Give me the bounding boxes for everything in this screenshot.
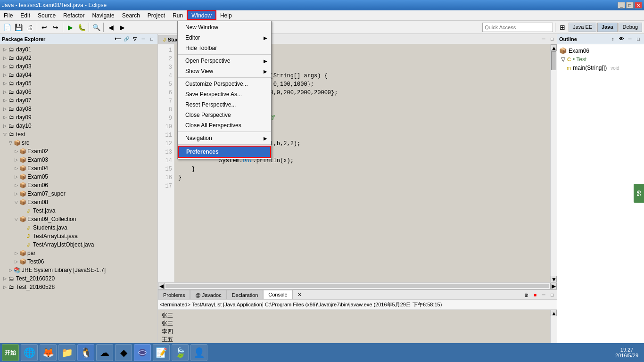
- tree-item-day01[interactable]: ▷ 🗂day01: [0, 45, 157, 54]
- debug-perspective[interactable]: Debug: [619, 23, 642, 32]
- tree-item-par[interactable]: ▷ 📦par: [0, 249, 157, 257]
- taskbar-app-cloud[interactable]: ☁: [96, 344, 113, 361]
- menu-search[interactable]: Search: [118, 10, 144, 20]
- menu-run[interactable]: Run: [169, 10, 187, 20]
- tree-item-exam03[interactable]: ▷ 📦Exam03: [0, 156, 157, 164]
- view-menu-btn[interactable]: ▽: [131, 35, 139, 43]
- outline-hide-btn[interactable]: 👁: [618, 35, 625, 43]
- tree-item-src[interactable]: ▽ 📦src: [0, 139, 157, 147]
- tree-item-exam05[interactable]: ▷ 📦Exam05: [0, 173, 157, 181]
- javadoc-tab[interactable]: @ Javadoc: [190, 290, 226, 299]
- scroll-thumb[interactable]: [551, 51, 556, 70]
- problems-tab[interactable]: Problems: [158, 290, 190, 299]
- tree-item-exam09[interactable]: ▽ 📦Exam09_Collection: [0, 215, 157, 223]
- taskbar-app-evernote[interactable]: 🍃: [172, 344, 189, 361]
- taskbar-app-firefox[interactable]: 🦊: [40, 344, 57, 361]
- menu-refactor[interactable]: Refactor: [59, 10, 88, 20]
- menu-navigation[interactable]: Navigation ▶: [178, 133, 271, 143]
- menu-save-perspective[interactable]: Save Perspective As...: [178, 89, 271, 99]
- menu-preferences[interactable]: Preferences: [178, 146, 271, 158]
- h-scroll-thumb[interactable]: [165, 284, 549, 288]
- taskbar-app-diamond[interactable]: ◆: [115, 344, 132, 361]
- h-scrollbar[interactable]: ◀ ▶: [158, 282, 557, 289]
- outline-exam06[interactable]: 📦 Exam06: [559, 46, 642, 55]
- console-tab[interactable]: Console: [263, 290, 292, 299]
- clear-console-btn[interactable]: 🗑: [523, 291, 530, 298]
- tree-item-students[interactable]: JStudents.java: [0, 223, 157, 232]
- tree-item-day09[interactable]: ▷ 🗂day09: [0, 113, 157, 122]
- quick-access-input[interactable]: [482, 23, 553, 32]
- outline-min-btn[interactable]: ─: [626, 35, 634, 43]
- tree-item-day02[interactable]: ▷ 🗂day02: [0, 54, 157, 62]
- start-button[interactable]: 开始: [2, 344, 19, 361]
- debug-btn[interactable]: 🐛: [76, 22, 87, 33]
- tree-item-testjava[interactable]: JTest.java: [0, 206, 157, 215]
- tree-item-testarraylist[interactable]: JTestArrayList.java: [0, 232, 157, 240]
- save-btn[interactable]: 💾: [13, 22, 24, 33]
- tree-item-day04[interactable]: ▷ 🗂day04: [0, 71, 157, 79]
- link-editor-btn[interactable]: 🔗: [123, 35, 130, 43]
- tree-item-day06[interactable]: ▷ 🗂day06: [0, 88, 157, 96]
- java-perspective[interactable]: Java: [597, 23, 617, 32]
- tree-item-test06[interactable]: ▷ 📦Test06: [0, 257, 157, 266]
- taskbar-app-user[interactable]: 👤: [190, 344, 207, 361]
- editor-max-btn[interactable]: □: [548, 35, 556, 43]
- menu-edit[interactable]: Edit: [17, 10, 34, 20]
- new-btn[interactable]: 📄: [2, 22, 12, 33]
- scroll-right[interactable]: ▶: [550, 283, 557, 289]
- tree-item-day03[interactable]: ▷ 🗂day03: [0, 62, 157, 71]
- search-btn[interactable]: 🔍: [91, 22, 101, 33]
- menu-editor[interactable]: Editor ▶: [178, 33, 271, 43]
- minimize-btn[interactable]: _: [618, 2, 625, 8]
- close-btn[interactable]: ✕: [635, 2, 642, 8]
- scroll-left[interactable]: ◀: [158, 283, 165, 289]
- menu-source[interactable]: Source: [34, 10, 59, 20]
- perspective-icon[interactable]: ⊞: [557, 22, 568, 33]
- tree-item-day07[interactable]: ▷ 🗂day07: [0, 96, 157, 105]
- menu-help[interactable]: Help: [216, 10, 236, 20]
- back-btn[interactable]: ◀: [106, 22, 116, 33]
- editor-min-btn[interactable]: ─: [540, 35, 547, 43]
- menu-close-all-perspectives[interactable]: Close All Perspectives: [178, 120, 271, 131]
- tree-item-exam08[interactable]: ▽ 📦Exam08: [0, 198, 157, 206]
- outline-test-class[interactable]: ▽ C • Test: [559, 55, 642, 64]
- tree-item-exam02[interactable]: ▷ 📦Exam02: [0, 147, 157, 156]
- console-max-btn[interactable]: □: [548, 291, 556, 298]
- menu-navigate[interactable]: Navigate: [88, 10, 118, 20]
- taskbar-app-notepad[interactable]: 📝: [153, 344, 170, 361]
- maximize-panel-btn[interactable]: □: [148, 35, 156, 43]
- forward-btn[interactable]: ▶: [117, 22, 127, 33]
- menu-reset-perspective[interactable]: Reset Perspective...: [178, 99, 271, 110]
- tree-item-test[interactable]: ▽ 🗂test: [0, 130, 157, 139]
- menu-window[interactable]: Window: [187, 10, 216, 20]
- tree-item-exam06[interactable]: ▷ 📦Exam06: [0, 181, 157, 189]
- tree-item-exam04[interactable]: ▷ 📦Exam04: [0, 164, 157, 173]
- minimize-panel-btn[interactable]: ─: [140, 35, 147, 43]
- menu-customize-perspective[interactable]: Customize Perspective...: [178, 79, 271, 89]
- console-min-btn[interactable]: ─: [540, 291, 547, 298]
- tree-item-testarraylistobj[interactable]: JTestArrayListObject.java: [0, 240, 157, 249]
- outline-sort-btn[interactable]: ↕: [609, 35, 617, 43]
- tree-item-exam07[interactable]: ▷ 📦Exam07_super: [0, 189, 157, 198]
- taskbar-app-globe[interactable]: 🌐: [21, 344, 38, 361]
- tree-item-jre[interactable]: ▷ 📚JRE System Library [JavaSE-1.7]: [0, 266, 157, 274]
- undo-btn[interactable]: ↩: [39, 22, 50, 33]
- java-ee-perspective[interactable]: Java EE: [569, 23, 596, 32]
- tree-item-day10[interactable]: ▷ 🗂day10: [0, 122, 157, 130]
- tree-item-day05[interactable]: ▷ 🗂day05: [0, 79, 157, 88]
- console-scroll-up[interactable]: ▲: [551, 310, 557, 316]
- taskbar-app-qq[interactable]: 🐧: [77, 344, 94, 361]
- editor-scrollbar[interactable]: ▲ ▼: [550, 44, 557, 282]
- terminate-btn[interactable]: ■: [531, 291, 539, 298]
- tree-item-test20160520[interactable]: ▷ 🗂Test_20160520: [0, 274, 157, 283]
- run-btn[interactable]: ▶: [65, 22, 75, 33]
- menu-file[interactable]: File: [0, 10, 17, 20]
- tree-item-test20160528[interactable]: ▷ 🗂Test_20160528: [0, 283, 157, 291]
- declaration-tab[interactable]: Declaration: [227, 290, 264, 299]
- menu-open-perspective[interactable]: Open Perspective ▶: [178, 56, 271, 66]
- menu-project[interactable]: Project: [144, 10, 169, 20]
- outline-main-method[interactable]: m main(String[]) void: [559, 64, 642, 72]
- menu-hide-toolbar[interactable]: Hide Toolbar: [178, 43, 271, 53]
- scroll-down[interactable]: ▼: [551, 276, 557, 282]
- collapse-all-btn[interactable]: ⟵: [114, 35, 122, 43]
